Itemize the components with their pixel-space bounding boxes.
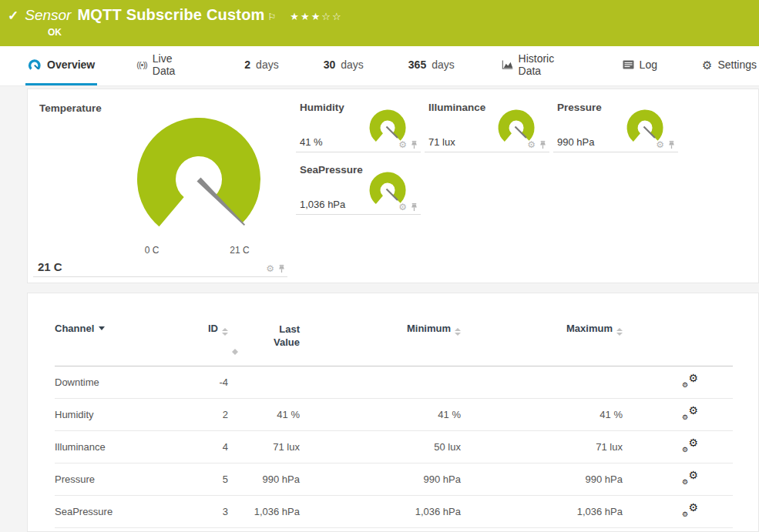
tab-30-days[interactable]: 30 days bbox=[321, 46, 366, 85]
channel-settings-icon[interactable]: ⚙⚙ bbox=[681, 504, 698, 517]
tab-365-days[interactable]: 365 days bbox=[406, 46, 457, 85]
channel-settings-icon[interactable]: ⚙⚙ bbox=[681, 439, 698, 453]
gear-icon: ⚙ bbox=[682, 447, 688, 453]
live-data-broadcast-icon: ((•)) bbox=[136, 60, 147, 69]
gauge-title-humidity: Humidity bbox=[300, 102, 344, 113]
sort-icon bbox=[616, 328, 623, 336]
tab-2-days-number: 2 bbox=[244, 59, 250, 71]
column-header-minimum[interactable]: Minimum bbox=[300, 321, 461, 366]
gear-icon: ⚙ bbox=[688, 373, 698, 383]
channel-last-value: 41 % bbox=[228, 399, 300, 431]
column-header-maximum[interactable]: Maximum bbox=[461, 321, 623, 366]
gauge-title-seapressure: SeaPressure bbox=[300, 164, 363, 176]
tab-settings-label: Settings bbox=[717, 59, 757, 71]
table-row-seapressure: SeaPressure 3 1,036 hPa 1,036 hPa 1,036 … bbox=[55, 496, 733, 528]
channel-settings-icon[interactable]: ⚙⚙ bbox=[681, 471, 698, 485]
column-header-maximum-label: Maximum bbox=[566, 323, 613, 334]
gear-icon: ⚙ bbox=[682, 479, 688, 486]
humidity-pin-icon[interactable] bbox=[410, 140, 418, 149]
channel-id: 5 bbox=[201, 463, 228, 496]
column-header-channel-label: Channel bbox=[55, 323, 94, 334]
channel-name[interactable]: Downtime bbox=[55, 366, 201, 399]
illuminance-current-value: 71 lux bbox=[428, 136, 455, 148]
sensor-title: MQTT Subscribe Custom bbox=[77, 6, 264, 24]
humidity-gauge bbox=[364, 107, 411, 142]
sensor-type-label: Sensor bbox=[25, 7, 71, 24]
channel-minimum: 50 lux bbox=[300, 431, 461, 463]
gauge-title-temperature: Temperature bbox=[39, 102, 102, 114]
column-header-channel[interactable]: Channel bbox=[55, 321, 201, 366]
tab-30-days-number: 30 bbox=[324, 59, 336, 71]
channel-settings-icon[interactable]: ⚙⚙ bbox=[681, 374, 698, 388]
channel-id: 1 bbox=[201, 528, 228, 532]
pressure-current-value: 990 hPa bbox=[557, 136, 594, 148]
illuminance-gear-icon[interactable]: ⚙ bbox=[527, 140, 536, 149]
sort-icon bbox=[455, 328, 461, 336]
gear-icon: ⚙ bbox=[682, 511, 688, 518]
tab-bar: Overview ((•)) Live Data 2 days 30 days … bbox=[0, 46, 759, 86]
seapressure-gear-icon[interactable]: ⚙ bbox=[398, 202, 407, 212]
gauge-tile-illuminance: Illuminance 71 lux ⚙ bbox=[425, 95, 549, 152]
tab-overview[interactable]: Overview bbox=[25, 46, 97, 85]
temperature-scale-min: 0 C bbox=[135, 245, 169, 256]
channel-maximum bbox=[461, 366, 623, 399]
tab-2-days-unit: days bbox=[256, 59, 279, 71]
gauge-tile-pressure: Pressure 990 hPa ⚙ bbox=[553, 95, 678, 152]
settings-gear-icon: ⚙ bbox=[702, 59, 712, 71]
tab-live-data[interactable]: ((•)) Live Data bbox=[134, 46, 196, 85]
channel-table: Channel ID Last Value Minimum Maximum bbox=[55, 321, 733, 532]
column-header-id[interactable]: ID bbox=[201, 321, 228, 366]
column-header-minimum-label: Minimum bbox=[407, 323, 451, 334]
channel-last-value: 1,036 hPa bbox=[228, 496, 300, 528]
table-header-row: Channel ID Last Value Minimum Maximum bbox=[55, 321, 733, 366]
tab-historic-data[interactable]: Historic Data bbox=[499, 46, 578, 85]
tab-settings[interactable]: ⚙ Settings bbox=[700, 46, 759, 85]
priority-stars[interactable]: ★★★☆☆ bbox=[290, 11, 342, 22]
channel-name[interactable]: Temperature bbox=[55, 528, 201, 532]
column-header-last-label: Last bbox=[228, 323, 300, 336]
seapressure-current-value: 1,036 hPa bbox=[300, 199, 345, 210]
channel-name[interactable]: Humidity bbox=[55, 399, 201, 431]
channel-maximum: 990 hPa bbox=[461, 463, 623, 496]
channel-last-value: 21 C bbox=[228, 528, 300, 532]
humidity-gear-icon[interactable]: ⚙ bbox=[398, 140, 407, 149]
flag-icon[interactable]: ⚐ bbox=[268, 12, 277, 22]
gear-icon: ⚙ bbox=[688, 502, 698, 513]
tab-live-data-label: Live Data bbox=[153, 52, 194, 77]
temperature-gear-icon[interactable]: ⚙ bbox=[266, 264, 274, 273]
channel-maximum: 21 C bbox=[461, 528, 623, 532]
pressure-gear-icon[interactable]: ⚙ bbox=[656, 140, 664, 149]
gear-icon: ⚙ bbox=[688, 470, 698, 480]
status-badge: OK bbox=[48, 27, 759, 38]
seapressure-pin-icon[interactable] bbox=[410, 202, 418, 212]
table-row-downtime: Downtime -4 ⚙⚙ bbox=[55, 366, 733, 399]
gauge-tile-seapressure: SeaPressure 1,036 hPa ⚙ bbox=[296, 157, 421, 215]
channel-name[interactable]: SeaPressure bbox=[55, 496, 201, 528]
overview-gauge-icon bbox=[28, 59, 42, 71]
gauge-title-pressure: Pressure bbox=[557, 102, 602, 113]
column-header-last-value[interactable]: Last Value bbox=[228, 321, 300, 366]
channel-last-value: 71 lux bbox=[228, 431, 300, 463]
illuminance-pin-icon[interactable] bbox=[539, 140, 547, 149]
channel-name[interactable]: Pressure bbox=[55, 463, 201, 496]
channel-settings-icon[interactable]: ⚙⚙ bbox=[681, 407, 698, 420]
channel-table-panel: Channel ID Last Value Minimum Maximum bbox=[27, 293, 759, 532]
channel-minimum: 21 C bbox=[300, 528, 461, 532]
overview-content: Temperature 0 C 21 C 21 C ⚙ bbox=[0, 86, 759, 532]
temperature-pin-icon[interactable] bbox=[277, 264, 286, 273]
pressure-gauge bbox=[622, 107, 668, 142]
pressure-pin-icon[interactable] bbox=[667, 140, 676, 149]
channel-last-value bbox=[228, 366, 300, 399]
channel-minimum: 990 hPa bbox=[300, 463, 461, 496]
channel-name[interactable]: Illuminance bbox=[55, 431, 201, 463]
channel-id: -4 bbox=[201, 366, 228, 399]
table-row-temperature: Temperature 1 21 C 21 C 21 C ⚙⚙ bbox=[55, 528, 733, 532]
table-row-humidity: Humidity 2 41 % 41 % 41 % ⚙⚙ bbox=[55, 399, 733, 431]
sort-icon bbox=[222, 328, 228, 336]
tab-log[interactable]: Log bbox=[620, 46, 660, 85]
channel-id: 2 bbox=[201, 399, 228, 431]
channel-minimum: 1,036 hPa bbox=[300, 496, 461, 528]
seapressure-gauge bbox=[364, 169, 411, 205]
tab-2-days[interactable]: 2 days bbox=[242, 46, 280, 85]
column-header-value-label: Value bbox=[228, 336, 300, 349]
